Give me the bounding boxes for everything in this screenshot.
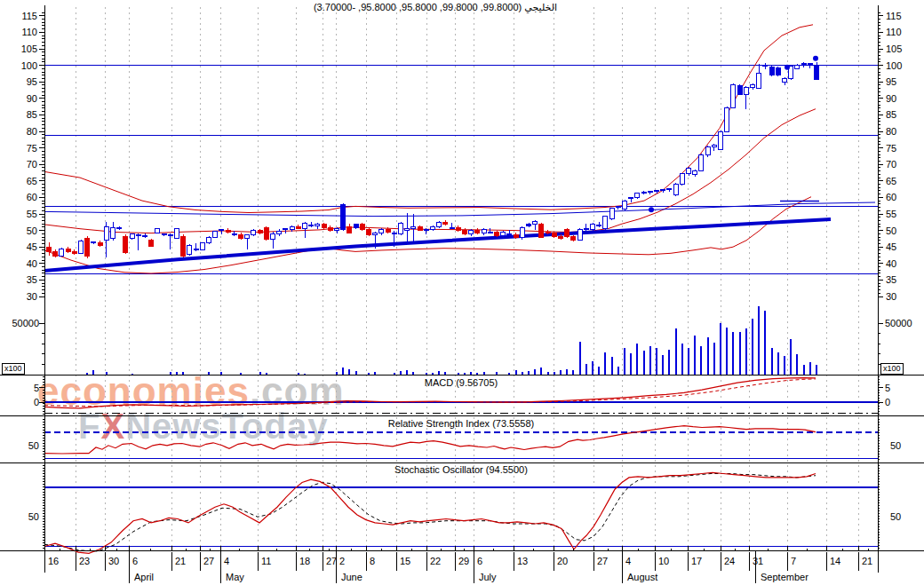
macd-tick-5-right: 5 [885, 383, 890, 393]
svg-text:8: 8 [370, 556, 375, 566]
svg-text:55: 55 [886, 209, 896, 219]
svg-text:6: 6 [132, 556, 138, 566]
macd-tick-0-left: 0 [2, 397, 39, 407]
svg-text:60: 60 [27, 192, 37, 202]
svg-text:110: 110 [886, 27, 902, 37]
volume-multiplier-right: x100 [880, 363, 904, 375]
svg-text:50: 50 [886, 225, 896, 236]
svg-text:2: 2 [339, 556, 345, 566]
svg-text:4: 4 [224, 556, 229, 566]
svg-text:85: 85 [27, 109, 37, 120]
svg-text:June: June [341, 572, 362, 582]
svg-text:13: 13 [517, 556, 528, 566]
svg-text:April: April [134, 572, 154, 582]
svg-text:50: 50 [27, 225, 37, 236]
svg-text:20: 20 [557, 556, 568, 566]
svg-text:10: 10 [658, 556, 669, 566]
volume-panel [87, 306, 816, 375]
svg-text:90: 90 [886, 93, 896, 104]
volume-axis-label-right: 50000 [885, 318, 912, 328]
svg-text:14: 14 [830, 556, 840, 566]
svg-text:27: 27 [326, 556, 337, 566]
svg-text:45: 45 [886, 241, 896, 252]
svg-text:7: 7 [791, 556, 796, 566]
svg-text:40: 40 [886, 258, 896, 269]
stoch-panel [44, 472, 878, 553]
svg-text:30: 30 [886, 291, 896, 302]
svg-text:29: 29 [458, 556, 469, 566]
volume-axis-label-left: 50000 [2, 318, 39, 328]
svg-text:35: 35 [886, 274, 896, 285]
date-axis: 1623306212741118272815222961320274101724… [44, 546, 878, 583]
stoch-mid-left: 50 [2, 511, 39, 522]
svg-text:17: 17 [691, 556, 702, 566]
svg-text:21: 21 [862, 556, 872, 566]
svg-text:75: 75 [886, 143, 896, 154]
volume-multiplier-left: x100 [2, 363, 25, 375]
svg-text:55: 55 [27, 209, 37, 219]
svg-text:21: 21 [175, 556, 186, 566]
svg-text:105: 105 [21, 43, 37, 54]
stoch-title: Stochastic Oscillator (94.5500) [44, 464, 878, 475]
rsi-mid-right: 50 [890, 440, 901, 451]
svg-text:105: 105 [886, 43, 902, 54]
rsi-panel [44, 426, 878, 459]
svg-text:110: 110 [21, 27, 37, 37]
svg-text:80: 80 [886, 126, 896, 137]
svg-text:85: 85 [886, 109, 896, 120]
svg-text:65: 65 [886, 176, 896, 186]
svg-text:70: 70 [27, 159, 37, 170]
macd-title: MACD (9.56705) [44, 377, 878, 388]
price-panel [44, 25, 878, 274]
svg-text:70: 70 [886, 159, 896, 170]
svg-text:65: 65 [27, 176, 37, 186]
svg-text:22: 22 [430, 556, 441, 566]
chart-window: economies.com FXNewsToday 11511511011010… [0, 0, 924, 585]
svg-text:35: 35 [27, 274, 37, 285]
svg-text:16: 16 [48, 556, 59, 566]
svg-text:60: 60 [886, 192, 896, 202]
macd-tick-5-left: 5 [2, 383, 39, 393]
svg-text:115: 115 [886, 11, 902, 21]
rsi-mid-left: 50 [2, 440, 39, 451]
svg-text:4: 4 [625, 556, 631, 566]
svg-text:95: 95 [886, 76, 896, 87]
svg-text:90: 90 [27, 93, 37, 104]
svg-text:45: 45 [27, 241, 37, 252]
svg-text:30: 30 [27, 291, 37, 302]
rsi-title: Relative Strength Index (73.5558) [44, 418, 878, 429]
svg-text:23: 23 [79, 556, 90, 566]
svg-text:115: 115 [21, 11, 37, 21]
chart-canvas[interactable]: 1151151101101051051001009595909085858080… [0, 0, 924, 585]
svg-text:September: September [761, 572, 808, 582]
svg-text:95: 95 [27, 76, 37, 87]
svg-text:80: 80 [27, 126, 37, 137]
svg-text:27: 27 [203, 556, 214, 566]
stoch-mid-right: 50 [890, 511, 901, 522]
svg-text:75: 75 [27, 143, 37, 154]
instrument-title: الخليجي (99.8000, 99.8000, 95.8000, 95.8… [44, 2, 826, 13]
macd-tick-0-right: 0 [885, 397, 890, 407]
svg-text:40: 40 [27, 258, 37, 269]
svg-text:24: 24 [724, 556, 735, 566]
svg-text:30: 30 [108, 556, 119, 566]
svg-text:27: 27 [597, 556, 608, 566]
svg-text:July: July [479, 572, 497, 582]
svg-text:May: May [226, 572, 244, 582]
svg-text:August: August [627, 572, 657, 582]
svg-text:15: 15 [400, 556, 410, 566]
svg-text:11: 11 [261, 556, 271, 566]
svg-text:31: 31 [753, 556, 763, 566]
svg-text:100: 100 [21, 60, 37, 71]
svg-text:100: 100 [886, 60, 902, 71]
svg-text:6: 6 [477, 556, 482, 566]
svg-text:18: 18 [299, 556, 310, 566]
